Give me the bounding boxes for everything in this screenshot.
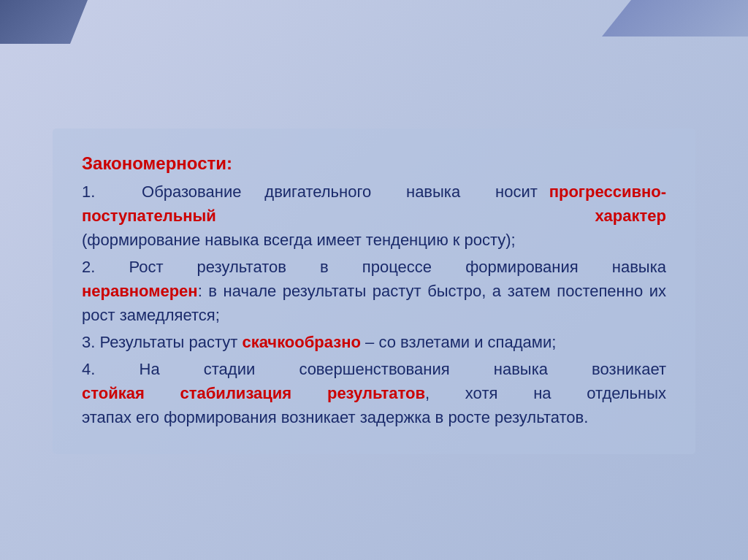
p3-normal-2: – со взлетами и спадами; — [361, 333, 556, 351]
p4-red: стойкая стабилизация результатов — [82, 384, 425, 402]
p1-normal-2: (формирование навыка всегда имеет тенден… — [82, 231, 516, 249]
p2-normal-1: 2. Рост результатов в процессе формирова… — [82, 258, 666, 276]
paragraph-2: 2. Рост результатов в процессе формирова… — [82, 255, 666, 327]
content-box: Закономерности: 1. Образование двигатель… — [53, 129, 695, 454]
p4-normal-1: 4. На стадии совершенствования навыка во… — [82, 360, 666, 378]
p2-red: неравномерен — [82, 282, 198, 300]
top-right-decoration — [602, 0, 748, 37]
paragraph-4: 4. На стадии совершенствования навыка во… — [82, 357, 666, 429]
paragraph-3: 3. Результаты растут скачкообразно – со … — [82, 330, 666, 354]
top-left-decoration — [0, 0, 88, 44]
p3-normal-1: 3. Результаты растут — [82, 333, 242, 351]
p1-normal-1: 1. Образование двигательного навыка носи… — [82, 183, 549, 201]
heading-paragraph: Закономерности: — [82, 150, 666, 177]
p3-red: скачкообразно — [242, 333, 361, 351]
paragraph-1: 1. Образование двигательного навыка носи… — [82, 180, 666, 252]
slide: Закономерности: 1. Образование двигатель… — [0, 0, 748, 560]
slide-content: Закономерности: 1. Образование двигатель… — [82, 150, 666, 429]
heading-text: Закономерности: — [82, 153, 232, 173]
